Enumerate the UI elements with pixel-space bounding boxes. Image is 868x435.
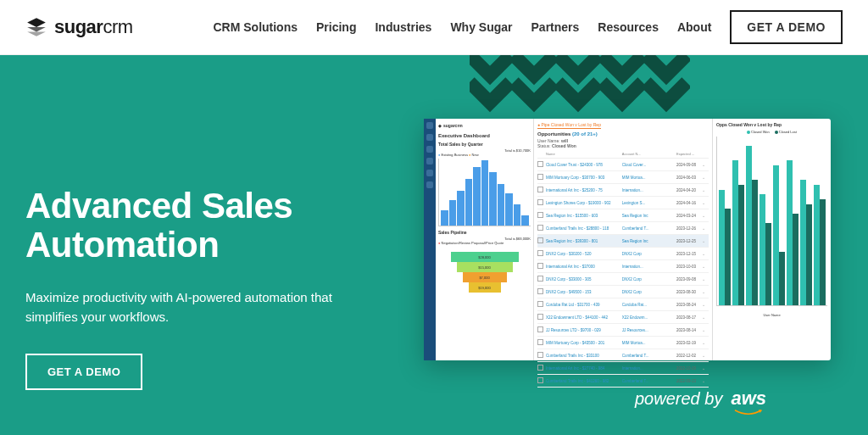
dashboard-screenshot: ◆ sugarcrm Executive Dashboard Total Sal… <box>424 119 831 360</box>
pipeline-tab: ● Pipe Closed Won v Lost by Rep <box>537 122 601 129</box>
nav-partners[interactable]: Partners <box>531 20 580 34</box>
table-row: DNX2 Corp - $49500 - 153DNX2 Corp2023-08… <box>537 286 709 298</box>
sales-quarter-title: Total Sales by Quarter <box>438 142 531 147</box>
logo-text: sugarcrm <box>54 16 133 38</box>
table-row: International Art Inc - $27740 - 984Inte… <box>537 362 709 375</box>
header-demo-button[interactable]: GET A DEMO <box>730 10 843 44</box>
exec-dashboard-title: Executive Dashboard <box>438 133 531 138</box>
user-icon <box>426 158 433 165</box>
table-row: DNX2 Corp - $33000 - 305DNX2 Corp2023-09… <box>537 273 709 286</box>
quarter-bar-chart <box>438 159 531 226</box>
opp-filters: User Name: willStatus: Closed Won <box>537 138 709 148</box>
dash-sidebar <box>424 119 436 360</box>
pipeline-title: Sales Pipeline <box>438 230 531 235</box>
nav-pricing[interactable]: Pricing <box>316 20 356 34</box>
gear-icon <box>426 181 433 188</box>
dash-logo: ◆ sugarcrm <box>438 121 531 130</box>
nav-about[interactable]: About <box>677 20 711 34</box>
table-row: Cumberland Trails Inc - $41260 - 982Cumb… <box>537 375 709 388</box>
dash-right-panel: Opps Closed Won v Lost by Rep Closed Won… <box>712 119 831 360</box>
pipeline-legend: Negotiation/Review Proposal/Price Quote <box>442 241 504 245</box>
home-icon <box>426 122 433 129</box>
logo[interactable]: sugarcrm <box>25 16 133 38</box>
table-row: DNX2 Corp - $30200 - 520DNX2 Corp2023-12… <box>537 248 709 260</box>
grid-icon <box>426 146 433 153</box>
aws-logo: aws <box>731 388 766 410</box>
legend-existing: Existing Business <box>442 153 468 157</box>
table-row: Sea Region Inc - $39300 - 801Sea Region … <box>537 235 709 248</box>
hero-demo-button[interactable]: GET A DEMO <box>25 354 142 390</box>
main-header: sugarcrm CRM Solutions Pricing Industrie… <box>0 0 868 55</box>
opportunities-title: Opportunities (20 of 21+) <box>537 131 709 137</box>
funnel-chart: $28,000$15,000$7,000$19,000 <box>438 252 531 293</box>
right-xlabel: User Name <box>716 313 827 317</box>
table-row: Cumberland Trails Inc - $28800 - 118Cumb… <box>537 222 709 235</box>
hero-content: Advanced SalesAutomation Maximize produc… <box>0 55 424 435</box>
hero-title: Advanced SalesAutomation <box>25 187 398 265</box>
aws-smile-icon <box>731 410 766 416</box>
table-row: Cloud Cover Trust - $24300 - 978Cloud Co… <box>537 159 709 171</box>
table-row: JJ Resources LTD - $9700 - 029JJ Resourc… <box>537 324 709 337</box>
table-row: MIM Mortuary Corp - $30700 - 903MIM Mort… <box>537 171 709 184</box>
table-row: X22 Endowment LTD - $44100 - 442X22 Endo… <box>537 311 709 324</box>
nav-crm-solutions[interactable]: CRM Solutions <box>213 20 298 34</box>
plus-icon <box>426 134 433 141</box>
hero-visual: ◆ sugarcrm Executive Dashboard Total Sal… <box>424 55 868 435</box>
table-row: MIM Mortuary Corp - $43500 - 201MIM Mort… <box>537 337 709 349</box>
right-chart-title: Opps Closed Won v Lost by Rep <box>716 122 827 127</box>
main-nav: CRM Solutions Pricing Industries Why Sug… <box>213 10 843 44</box>
won-lost-bar-chart <box>716 137 827 306</box>
table-row: International Art Inc - $25200 - 75Inter… <box>537 184 709 197</box>
table-row: International Art Inc - $37000Internatio… <box>537 260 709 273</box>
table-row: Lexington Shores Corp - $19000 - 902Lexi… <box>537 197 709 209</box>
table-header: NameAccount N...Expected ... <box>537 152 709 159</box>
hero-section: Advanced SalesAutomation Maximize produc… <box>0 55 868 435</box>
table-row: Sea Region Inc - $15500 - 603Sea Region … <box>537 209 709 222</box>
table-row: Cordoba Rat Ltd - $31700 - 439Cordoba Ra… <box>537 298 709 311</box>
powered-label: powered by <box>635 389 722 409</box>
table-body: Cloud Cover Trust - $24300 - 978Cloud Co… <box>537 159 709 388</box>
hero-subtitle: Maximize productivity with AI-powered au… <box>25 288 348 326</box>
powered-by: powered by aws <box>635 388 766 410</box>
stack-icon <box>25 16 47 38</box>
dash-left-panel: ◆ sugarcrm Executive Dashboard Total Sal… <box>436 119 533 360</box>
dash-mid-panel: ● Pipe Closed Won v Lost by Rep Opportun… <box>533 119 712 360</box>
legend-new: New <box>472 153 479 157</box>
chart-icon <box>426 170 433 176</box>
nav-resources[interactable]: Resources <box>598 20 659 34</box>
right-legend: Closed Won Closed Lost <box>716 130 827 134</box>
table-row: Cumberland Trails Inc - $33100Cumberland… <box>537 349 709 362</box>
nav-industries[interactable]: Industries <box>375 20 431 34</box>
nav-why-sugar[interactable]: Why Sugar <box>450 20 512 34</box>
